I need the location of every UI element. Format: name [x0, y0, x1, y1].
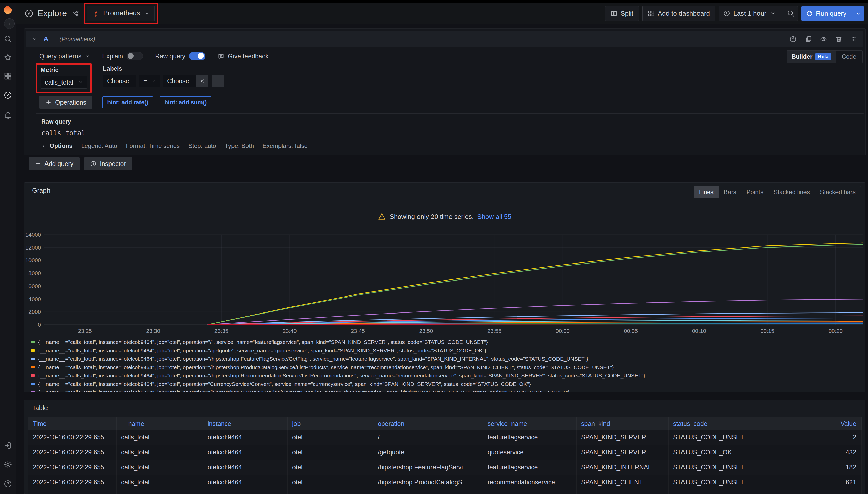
drag-handle-icon[interactable]: [850, 36, 857, 43]
legend-item[interactable]: {__name__="calls_total", instance="otelc…: [31, 338, 645, 346]
split-button[interactable]: Split: [605, 6, 639, 21]
chevron-down-icon: [770, 10, 777, 17]
table-row: 2022-10-16 00:22:29.655calls_totalotelco…: [28, 460, 862, 475]
remove-query-trash-icon[interactable]: [835, 36, 842, 43]
column-header-operation[interactable]: operation: [373, 417, 483, 430]
legend-item[interactable]: {__name__="calls_total", instance="otelc…: [31, 355, 645, 363]
operations-label: Operations: [55, 99, 86, 106]
collapse-chevron-icon[interactable]: [32, 36, 37, 42]
raw-query-label: Raw query: [41, 118, 858, 125]
table-cell: otel: [288, 460, 373, 475]
graph-mode-stacked-lines[interactable]: Stacked lines: [768, 186, 815, 198]
share-icon[interactable]: [72, 10, 79, 17]
query-patterns-dropdown[interactable]: Query patterns: [39, 53, 90, 60]
label-operator-select[interactable]: =: [139, 75, 160, 87]
refresh-icon: [806, 10, 813, 17]
code-mode-button[interactable]: Code: [836, 51, 863, 63]
add-operations-button[interactable]: Operations: [39, 96, 92, 109]
duplicate-query-icon[interactable]: [805, 36, 812, 43]
column-header-Time[interactable]: Time: [28, 417, 116, 430]
column-header-spacer[interactable]: [762, 417, 812, 430]
options-expander[interactable]: Options: [41, 142, 73, 150]
graph-panel-title: Graph: [32, 187, 50, 194]
table-panel: Table Time__name__instancejoboperationse…: [24, 400, 865, 494]
table-cell: otelcol:9464: [203, 445, 288, 460]
query-options-row[interactable]: Options Legend: Auto Format: Time series…: [36, 139, 864, 153]
explain-toggle[interactable]: [127, 52, 143, 60]
table-cell: 2022-10-16 00:22:29.655: [28, 460, 116, 475]
metric-select[interactable]: calls_total: [41, 76, 87, 89]
builder-mode-button[interactable]: Builder Beta: [787, 51, 836, 63]
column-header-status_code[interactable]: status_code: [669, 417, 762, 430]
table-panel-title: Table: [32, 404, 48, 412]
warning-text: Showing only 20 time series.: [390, 213, 474, 221]
options-label: Options: [50, 142, 73, 150]
table-row: 2022-10-16 00:22:29.655calls_totalotelco…: [28, 445, 862, 460]
close-icon: [199, 78, 205, 84]
table-cell: STATUS_CODE_UNSET: [669, 430, 762, 445]
query-row-header[interactable]: A (Prometheus): [26, 31, 863, 47]
inspector-button[interactable]: Inspector: [84, 157, 132, 170]
sign-in-icon[interactable]: [3, 441, 12, 450]
run-query-dropdown[interactable]: [852, 6, 864, 21]
datasource-picker[interactable]: Prometheus: [87, 5, 155, 21]
hint-add-sum-button[interactable]: hint: add sum(): [160, 96, 212, 108]
grafana-logo[interactable]: [3, 5, 13, 15]
graph-mode-bars[interactable]: Bars: [719, 186, 741, 198]
give-feedback-link[interactable]: Give feedback: [217, 53, 269, 60]
run-query-main[interactable]: Run query: [801, 6, 852, 21]
legend-label: {__name__="calls_total", instance="otelc…: [38, 381, 530, 387]
disable-query-eye-icon[interactable]: [820, 36, 827, 43]
option-step: Step: auto: [188, 142, 216, 150]
graph-mode-points[interactable]: Points: [741, 186, 768, 198]
column-header-service_name[interactable]: service_name: [483, 417, 577, 430]
query-patterns-label: Query patterns: [39, 53, 81, 60]
show-all-series-link[interactable]: Show all 55: [477, 213, 511, 221]
time-range-button[interactable]: Last 1 hour: [719, 6, 781, 21]
explain-label: Explain: [102, 53, 123, 60]
search-icon[interactable]: [3, 35, 12, 43]
legend-item[interactable]: {__name__="calls_total", instance="otelc…: [31, 346, 645, 355]
hint-add-rate-button[interactable]: hint: add rate(): [103, 96, 153, 108]
column-header-__name__[interactable]: __name__: [116, 417, 203, 430]
legend-item[interactable]: {__name__="calls_total", instance="otelc…: [31, 372, 645, 380]
label-operator-value: =: [143, 77, 147, 85]
starred-icon[interactable]: [3, 53, 12, 62]
raw-query-toggle[interactable]: [189, 52, 205, 60]
graph-mode-stacked-bars[interactable]: Stacked bars: [815, 186, 861, 198]
column-header-job[interactable]: job: [288, 417, 373, 430]
table-cell: [762, 445, 812, 460]
column-header-instance[interactable]: instance: [203, 417, 288, 430]
column-header-Value[interactable]: Value: [812, 417, 862, 430]
time-range-label: Last 1 hour: [733, 10, 766, 18]
query-help-icon[interactable]: [790, 36, 797, 43]
legend-item[interactable]: {__name__="calls_total", instance="otelc…: [31, 388, 645, 392]
alerting-bell-icon[interactable]: [3, 111, 12, 119]
explore-compass-icon[interactable]: [3, 91, 12, 99]
hint-rate-label: hint: add rate(): [107, 99, 148, 106]
sidebar-expand-button[interactable]: [4, 18, 15, 29]
time-series-chart[interactable]: 0200040006000800010000120001400023:2523:…: [24, 229, 864, 336]
label-value-select[interactable]: Choose: [163, 75, 196, 87]
dashboards-icon[interactable]: [3, 72, 12, 80]
run-query-button[interactable]: Run query: [801, 6, 864, 21]
legend-color-swatch: [31, 366, 35, 368]
remove-label-filter-button[interactable]: [196, 75, 208, 87]
svg-text:12000: 12000: [25, 245, 41, 251]
legend-item[interactable]: {__name__="calls_total", instance="otelc…: [31, 363, 645, 372]
zoom-out-time-button[interactable]: [784, 6, 798, 21]
chevron-right-icon: [7, 21, 12, 26]
legend-item[interactable]: {__name__="calls_total", instance="otelc…: [31, 380, 645, 388]
help-icon[interactable]: [3, 479, 12, 488]
grafana-explore-page: Explore Prometheus Split Add to dashboar…: [0, 0, 868, 494]
column-header-span_kind[interactable]: span_kind: [577, 417, 669, 430]
add-to-dashboard-button[interactable]: Add to dashboard: [643, 6, 715, 21]
add-label-filter-button[interactable]: [212, 75, 224, 87]
settings-gear-icon[interactable]: [3, 460, 12, 469]
graph-mode-lines[interactable]: Lines: [694, 186, 719, 198]
add-query-button[interactable]: Add query: [29, 157, 79, 170]
legend-color-swatch: [31, 349, 35, 352]
label-name-select[interactable]: Choose: [103, 75, 137, 87]
table-cell: [762, 460, 812, 475]
table-cell: STATUS_CODE_UNSET: [669, 460, 762, 475]
